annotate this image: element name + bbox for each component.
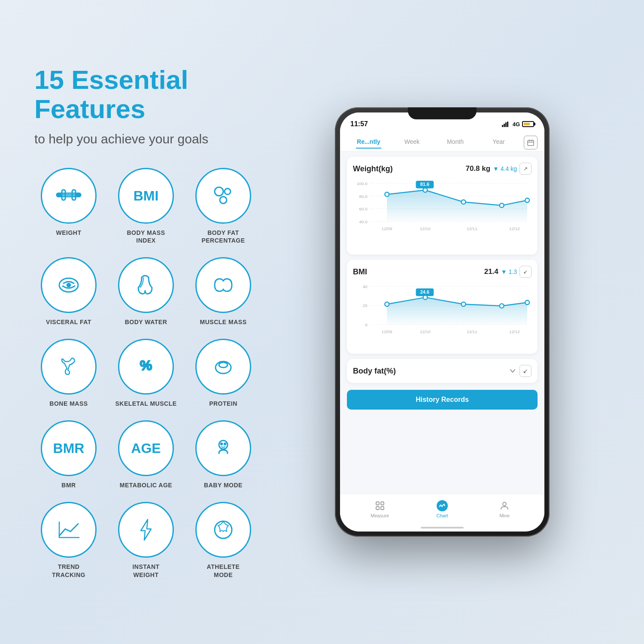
svg-marker-19 xyxy=(141,519,151,540)
feature-skeletal: % SKELETAL MUSCLE xyxy=(112,339,180,407)
svg-point-7 xyxy=(225,188,231,194)
battery-icon xyxy=(522,121,534,127)
nav-mine[interactable]: Mine xyxy=(474,500,536,518)
signal-icon xyxy=(502,121,510,127)
features-grid: WEIGHT BMI BODY MASSINDEX BODY FATPERCEN… xyxy=(34,168,275,579)
home-bar xyxy=(421,527,464,529)
bmi-chart-header: BMI 21.4 ▼ 1.3 ↙ xyxy=(353,266,532,278)
weight-val-diff: ▼ 4.4 kg xyxy=(493,165,517,172)
svg-point-60 xyxy=(462,302,466,307)
weight-val-main: 70.8 kg xyxy=(465,164,490,173)
feature-babymode: BABY MODE xyxy=(189,420,258,489)
bmi-text: BMI xyxy=(134,189,159,203)
svg-text:24.6: 24.6 xyxy=(420,289,429,295)
svg-text:12/10: 12/10 xyxy=(420,329,431,334)
protein-label: PROTEIN xyxy=(209,400,237,407)
svg-rect-22 xyxy=(504,124,505,127)
tab-week-label: Week xyxy=(404,138,420,145)
feature-protein: PROTEIN xyxy=(189,339,258,407)
svg-rect-24 xyxy=(507,122,508,127)
svg-text:%: % xyxy=(140,358,152,373)
weight-chart-svg-wrap: 100.0 80.0 60.0 40.0 81.6 xyxy=(353,179,532,249)
phone-device: 11:57 4G Re...ntly Week Month xyxy=(335,107,550,537)
svg-point-13 xyxy=(219,362,228,368)
instant-circle xyxy=(118,502,174,558)
bonemass-circle xyxy=(41,339,97,395)
protein-circle xyxy=(195,339,251,395)
tab-recently[interactable]: Re...ntly xyxy=(347,138,390,149)
skeletal-label: SKELETAL MUSCLE xyxy=(115,400,176,407)
status-icons: 4G xyxy=(502,121,534,128)
bmi-chart-svg-wrap: 40 20 0 24.6 xyxy=(353,282,532,348)
weight-label: WEIGHT xyxy=(56,229,82,237)
feature-athelete: ATHELETEMODE xyxy=(189,502,258,578)
svg-text:80.0: 80.0 xyxy=(359,194,368,199)
network-label: 4G xyxy=(513,121,520,128)
person-nav-icon xyxy=(499,501,510,511)
metabolicage-circle: AGE xyxy=(118,420,174,476)
left-panel: 15 Essential Features to help you achiev… xyxy=(34,65,275,579)
calendar-icon xyxy=(527,139,534,146)
chart-wave-icon xyxy=(439,502,446,509)
main-title: 15 Essential Features xyxy=(34,65,275,124)
svg-rect-69 xyxy=(376,507,379,510)
bmi-chart-svg: 40 20 0 24.6 xyxy=(353,282,532,346)
svg-text:12/10: 12/10 xyxy=(420,226,431,231)
age-text: AGE xyxy=(131,441,161,455)
metabolicage-label: METABOLIC AGE xyxy=(120,481,172,489)
subtitle: to help you achieve your goals xyxy=(34,132,275,146)
tab-year[interactable]: Year xyxy=(477,138,520,149)
bmi-label: BODY MASSINDEX xyxy=(127,229,165,244)
babymode-circle xyxy=(195,420,251,476)
measure-icon xyxy=(374,500,386,511)
nav-chart[interactable]: Chart xyxy=(411,500,473,518)
weight-chart-header: Weight(kg) 70.8 kg ▼ 4.4 kg ↗ xyxy=(353,163,532,175)
svg-text:100.0: 100.0 xyxy=(357,181,368,186)
bmi-chart-value: 21.4 ▼ 1.3 ↙ xyxy=(484,266,532,278)
weight-chart-svg: 100.0 80.0 60.0 40.0 81.6 xyxy=(353,179,532,247)
history-records-button[interactable]: History Records xyxy=(347,390,538,410)
svg-marker-57 xyxy=(387,298,527,325)
svg-point-61 xyxy=(500,304,504,308)
svg-rect-67 xyxy=(376,502,379,505)
feature-visceralfat: VISCERAL FAT xyxy=(34,257,103,326)
nav-measure[interactable]: Measure xyxy=(349,500,411,518)
svg-point-42 xyxy=(462,200,466,204)
svg-rect-70 xyxy=(381,507,384,510)
feature-instant: INSTANTWEIGHT xyxy=(112,502,180,578)
bodywater-label: BODY WATER xyxy=(125,318,167,326)
svg-marker-39 xyxy=(387,190,527,222)
bodyfat-expand-btn[interactable]: ↙ xyxy=(519,365,532,377)
bmr-circle: BMR xyxy=(41,420,97,476)
weight-chart-card: Weight(kg) 70.8 kg ▼ 4.4 kg ↗ xyxy=(347,157,538,255)
tab-month[interactable]: Month xyxy=(434,138,477,149)
home-indicator xyxy=(340,524,544,532)
calendar-button[interactable] xyxy=(524,136,538,149)
svg-text:20: 20 xyxy=(363,304,368,308)
bmi-val-main: 21.4 xyxy=(484,267,498,276)
svg-rect-25 xyxy=(528,140,534,146)
svg-rect-21 xyxy=(502,125,503,127)
tab-week[interactable]: Week xyxy=(390,138,434,149)
weight-chart-title: Weight(kg) xyxy=(353,164,393,173)
feature-trend: TRENDTRACKING xyxy=(34,502,103,578)
svg-point-71 xyxy=(503,502,506,506)
bmi-expand-btn[interactable]: ↙ xyxy=(519,266,532,278)
svg-text:12/09: 12/09 xyxy=(382,329,392,334)
right-panel: 11:57 4G Re...ntly Week Month xyxy=(275,107,610,537)
grid-icon xyxy=(375,501,385,511)
svg-point-41 xyxy=(423,188,427,192)
weight-chart-value: 70.8 kg ▼ 4.4 kg ↗ xyxy=(465,163,532,175)
svg-point-10 xyxy=(67,283,70,287)
person-icon xyxy=(499,500,510,511)
bodyfat-dropdown-icon xyxy=(509,368,516,374)
bmi-chart-title: BMI xyxy=(353,267,367,276)
svg-point-43 xyxy=(500,203,504,207)
feature-bodywater: BODY WATER xyxy=(112,257,180,326)
weight-circle xyxy=(41,168,97,224)
status-time: 11:57 xyxy=(350,120,368,128)
babymode-label: BABY MODE xyxy=(204,481,243,489)
weight-expand-btn[interactable]: ↗ xyxy=(519,163,532,175)
svg-text:0: 0 xyxy=(365,322,368,327)
svg-point-59 xyxy=(423,295,427,300)
